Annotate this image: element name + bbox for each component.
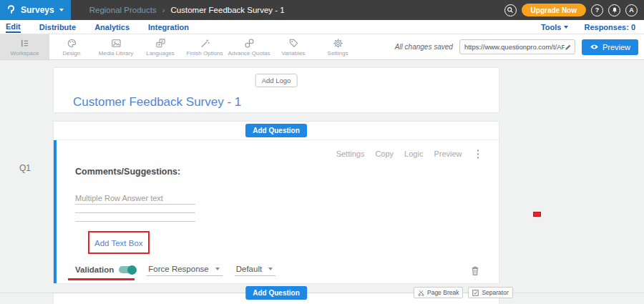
eye-icon — [590, 44, 599, 50]
image-icon — [111, 38, 122, 49]
tools-menu[interactable]: Tools — [541, 23, 569, 31]
validation-toggle[interactable] — [119, 266, 136, 273]
product-name: Surveys — [21, 5, 54, 15]
topbar: Surveys Regional Products › Customer Fee… — [0, 0, 644, 20]
survey-title[interactable]: Customer Feedback Survey - 1 — [73, 95, 241, 109]
edit-url-pencil-icon[interactable] — [565, 44, 572, 51]
toolbar-item-label: Languages — [146, 50, 175, 57]
translate-icon: A — [155, 38, 166, 49]
checkbox-checked-icon — [472, 290, 479, 296]
gear-icon — [333, 38, 343, 49]
toolbar-item-design[interactable]: Design — [49, 34, 94, 59]
delete-question-button[interactable] — [470, 265, 480, 276]
answer-row-2[interactable] — [75, 205, 195, 213]
toolbar-item-languages[interactable]: A Languages — [138, 34, 182, 59]
editor-toolbar: Workspace Design Media Library A Languag… — [0, 34, 644, 60]
survey-canvas: Q1 Add Logo Customer Feedback Survey - 1… — [0, 60, 644, 304]
preview-button[interactable]: Preview — [582, 39, 638, 55]
question-copy-link[interactable]: Copy — [375, 149, 394, 158]
responses-count[interactable]: Responses: 0 — [584, 23, 635, 31]
add-question-strip: Add Question — [54, 122, 499, 140]
chain-links-icon — [244, 38, 255, 49]
nav-tab-distribute[interactable]: Distribute — [39, 22, 76, 32]
add-text-box-link[interactable]: Add Text Box — [94, 239, 143, 247]
breadcrumb-separator: › — [162, 6, 165, 14]
topbar-actions: Upgrade Now ? A — [504, 4, 644, 16]
add-question-button-bottom[interactable]: Add Question — [245, 286, 307, 300]
question-preview-link[interactable]: Preview — [434, 149, 462, 158]
account-avatar[interactable]: A — [625, 4, 638, 16]
default-label: Default — [236, 265, 262, 273]
add-text-box-annotation-box: Add Text Box — [88, 231, 150, 254]
toolbar-item-variables[interactable]: Variables — [271, 34, 316, 59]
toggle-knob — [127, 265, 137, 275]
breadcrumb-current: Customer Feedback Survey - 1 — [171, 6, 285, 14]
page-break-button[interactable]: Page Break — [414, 287, 463, 298]
question-text[interactable]: Comments/Suggestions: — [75, 167, 480, 177]
add-logo-button[interactable]: Add Logo — [255, 74, 298, 87]
survey-header-card: Add Logo Customer Feedback Survey - 1 — [54, 68, 499, 112]
help-button[interactable]: ? — [591, 4, 603, 16]
preview-label: Preview — [602, 43, 630, 52]
toolbar-item-label: Design — [63, 50, 81, 57]
question-footer-row: Validation Force Response Default — [75, 265, 480, 276]
upgrade-now-button[interactable]: Upgrade Now — [522, 4, 586, 16]
question-logic-link[interactable]: Logic — [404, 149, 423, 158]
question-more-menu-icon[interactable] — [476, 148, 481, 160]
toolbar-item-label: Workspace — [11, 50, 39, 57]
trash-icon — [470, 265, 480, 276]
question-settings-link[interactable]: Settings — [336, 149, 365, 158]
validation-label: Validation — [75, 265, 114, 274]
red-annotation-marker — [533, 212, 541, 217]
survey-url-input[interactable] — [464, 43, 565, 51]
chevron-down-icon — [268, 268, 273, 270]
toolbar-item-label: Advance Quotas — [228, 50, 270, 57]
toolbar-item-media-library[interactable]: Media Library — [94, 34, 138, 59]
search-button[interactable] — [504, 4, 517, 16]
tools-label: Tools — [541, 23, 562, 31]
toolbar-item-label: Variables — [282, 50, 306, 57]
question-card: Add Question Settings Copy Logic Preview… — [54, 122, 499, 283]
default-validation-dropdown[interactable]: Default — [235, 265, 275, 276]
toolbar-item-advance-quotas[interactable]: Advance Quotas — [227, 34, 271, 59]
question-block-q1: Settings Copy Logic Preview Comments/Sug… — [54, 140, 499, 283]
scissors-icon — [418, 290, 424, 296]
page-break-label: Page Break — [427, 289, 459, 296]
separator-button[interactable]: Separator — [468, 287, 512, 298]
nav-tab-integration[interactable]: Integration — [148, 22, 189, 32]
multi-row-answer-area[interactable]: Multiple Row Answer text — [75, 194, 480, 222]
force-response-dropdown[interactable]: Force Response — [147, 265, 222, 276]
notifications-button[interactable] — [608, 4, 620, 16]
survey-url-field — [459, 39, 575, 54]
validation-control: Validation — [75, 265, 136, 275]
answer-placeholder[interactable]: Multiple Row Answer text — [75, 194, 195, 204]
product-switcher[interactable]: Surveys — [0, 0, 71, 20]
nav-tab-edit[interactable]: Edit — [6, 21, 21, 33]
toolbar-item-label: Media Library — [99, 50, 133, 57]
toolbar-item-workspace[interactable]: Workspace — [0, 34, 49, 59]
separator-label: Separator — [482, 289, 508, 296]
breadcrumb-parent[interactable]: Regional Products — [89, 6, 157, 14]
section-options: Page Break Separator — [414, 287, 513, 298]
toolbar-item-settings[interactable]: Settings — [316, 34, 360, 59]
search-icon — [507, 6, 514, 14]
design-palette-icon — [67, 38, 77, 49]
bell-icon — [611, 6, 618, 14]
question-actions: Settings Copy Logic Preview — [75, 148, 480, 160]
nav-right: Tools Responses: 0 — [541, 23, 635, 31]
toolbar-item-finish-options[interactable]: Finish Options — [182, 34, 227, 59]
force-response-label: Force Response — [148, 265, 208, 273]
add-question-button-top[interactable]: Add Question — [245, 124, 307, 137]
questionpro-survey-editor: Surveys Regional Products › Customer Fee… — [0, 0, 644, 304]
questionpro-logo-icon — [6, 4, 16, 16]
nav-tab-analytics[interactable]: Analytics — [94, 22, 130, 32]
chevron-down-icon — [215, 268, 220, 270]
chevron-down-icon — [59, 9, 64, 11]
breadcrumb: Regional Products › Customer Feedback Su… — [89, 6, 285, 14]
answer-row-3[interactable] — [75, 213, 195, 222]
main-nav: Edit Distribute Analytics Integration To… — [0, 20, 644, 34]
toolbar-item-label: Finish Options — [186, 50, 223, 57]
toolbar-item-label: Settings — [328, 50, 348, 57]
question-number: Q1 — [19, 163, 31, 173]
validation-annotation-underline — [68, 278, 135, 280]
